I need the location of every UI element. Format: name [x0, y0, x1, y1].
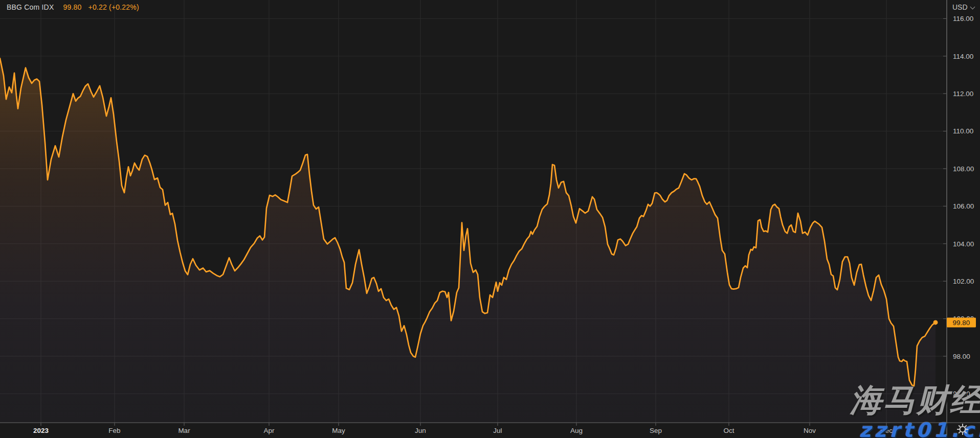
last-price-badge: 99.80	[947, 317, 976, 327]
chart-header: BBG Com IDX 99.80 +0.22 (+0.22%)	[7, 3, 139, 12]
chevron-down-icon	[970, 4, 975, 9]
area-fill	[0, 58, 936, 423]
svg-text:106.00: 106.00	[953, 202, 974, 210]
svg-text:Oct: Oct	[723, 427, 734, 434]
currency-selector[interactable]: USD	[952, 3, 975, 11]
x-axis-labels: 2023FebMarAprMayJunJulAugSepOctNovDec	[33, 427, 893, 434]
svg-text:114.00: 114.00	[953, 53, 973, 60]
currency-label: USD	[952, 3, 968, 11]
svg-text:Nov: Nov	[804, 427, 816, 434]
chart-window: 96.0098.00100.00102.00104.00106.00108.00…	[0, 0, 980, 438]
svg-text:May: May	[332, 427, 345, 434]
svg-text:116.00: 116.00	[953, 15, 973, 22]
svg-text:Sep: Sep	[650, 427, 662, 434]
svg-text:110.00: 110.00	[953, 127, 973, 135]
y-axis-labels: 96.0098.00100.00102.00104.00106.00108.00…	[953, 15, 974, 398]
watermark-cjk-text: 海马财经	[850, 384, 980, 416]
svg-text:99.80: 99.80	[953, 319, 970, 327]
svg-text:Feb: Feb	[108, 427, 120, 434]
svg-text:Aug: Aug	[570, 427, 583, 434]
instrument-name: BBG Com IDX	[7, 3, 54, 11]
svg-text:98.00: 98.00	[953, 353, 970, 360]
svg-text:104.00: 104.00	[953, 240, 974, 248]
svg-text:Jul: Jul	[493, 427, 502, 434]
svg-text:2023: 2023	[33, 427, 49, 434]
last-price-dot	[933, 320, 938, 325]
last-price-value: 99.80	[63, 3, 81, 11]
svg-text:108.00: 108.00	[953, 165, 974, 173]
svg-text:102.00: 102.00	[953, 278, 974, 285]
svg-text:Mar: Mar	[178, 427, 190, 434]
svg-text:Jun: Jun	[415, 427, 426, 434]
price-chart[interactable]: 96.0098.00100.00102.00104.00106.00108.00…	[0, 0, 980, 438]
svg-text:Apr: Apr	[263, 427, 275, 434]
svg-text:112.00: 112.00	[953, 90, 973, 98]
price-change: +0.22 (+0.22%)	[88, 3, 139, 11]
